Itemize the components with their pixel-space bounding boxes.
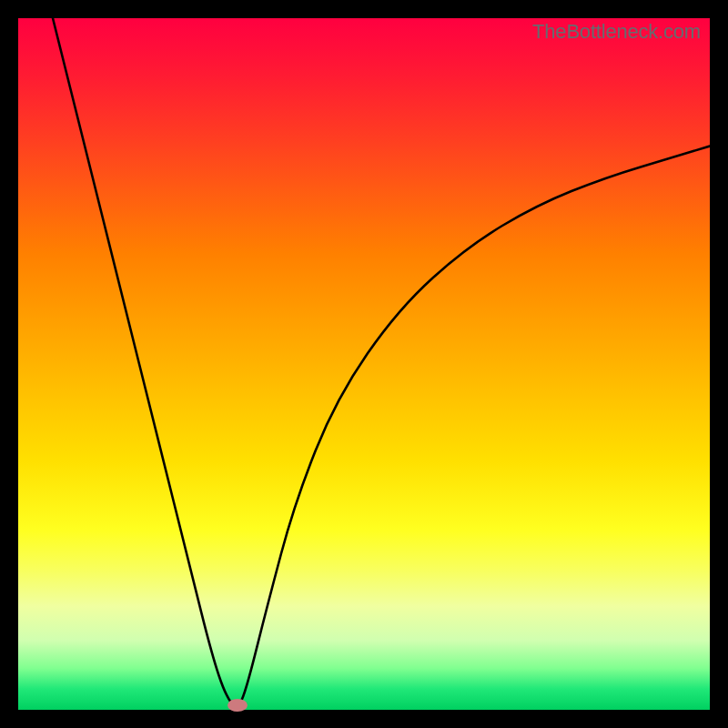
optimum-marker — [228, 699, 248, 712]
curve-svg — [18, 18, 710, 710]
bottleneck-curve — [53, 18, 710, 705]
chart-frame: TheBottleneck.com — [0, 0, 728, 728]
plot-area: TheBottleneck.com — [18, 18, 710, 710]
